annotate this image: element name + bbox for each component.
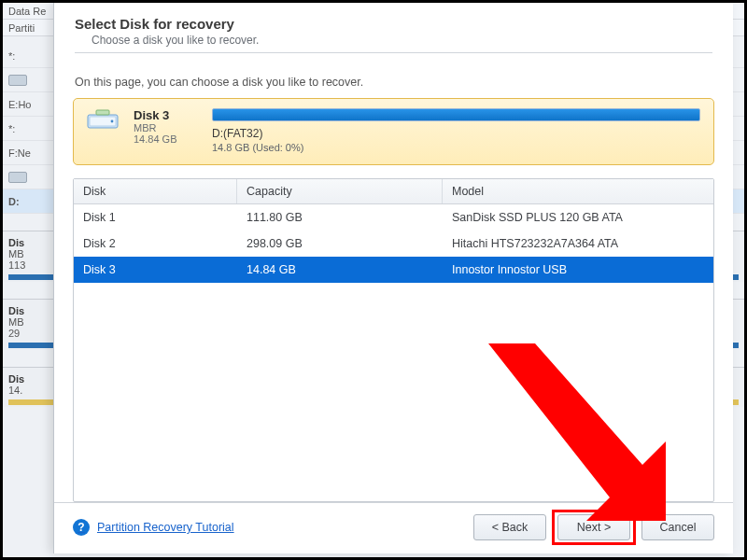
usage-bar: [212, 108, 700, 121]
recovery-wizard-dialog: Select Disk for recovery Choose a disk y…: [53, 3, 733, 553]
table-row[interactable]: Disk 2 298.09 GB Hitachi HTS723232A7A364…: [74, 231, 713, 257]
table-row[interactable]: Disk 3 14.84 GB Innostor Innostor USB: [74, 257, 713, 283]
disk-table-header: Disk Capacity Model: [74, 179, 713, 204]
dialog-title: Select Disk for recovery: [75, 16, 712, 32]
table-row[interactable]: Disk 1 111.80 GB SanDisk SSD PLUS 120 GB…: [74, 204, 713, 231]
help-link-label: Partition Recovery Tutorial: [97, 521, 234, 534]
selected-disk-usage: 14.8 GB (Used: 0%): [212, 142, 700, 153]
selected-disk-volume: D:(FAT32): [212, 127, 700, 140]
col-capacity[interactable]: Capacity: [237, 179, 443, 203]
disk-icon: [87, 108, 119, 134]
cancel-button[interactable]: Cancel: [641, 514, 714, 540]
selected-disk-name: Disk 3: [134, 108, 197, 122]
svg-point-2: [111, 120, 114, 123]
disk-table: Disk Capacity Model Disk 1 111.80 GB San…: [73, 178, 714, 502]
selected-disk-size: 14.84 GB: [134, 133, 197, 145]
svg-rect-3: [96, 110, 109, 115]
dialog-subtitle: Choose a disk you like to recover.: [92, 34, 712, 47]
disk-table-body: Disk 1 111.80 GB SanDisk SSD PLUS 120 GB…: [74, 204, 713, 501]
back-button[interactable]: < Back: [473, 514, 546, 540]
next-button-highlight: Next >: [557, 514, 630, 540]
instruction-text: On this page, you can choose a disk you …: [75, 76, 712, 89]
selected-disk-card: Disk 3 MBR 14.84 GB D:(FAT32) 14.8 GB (U…: [73, 98, 714, 165]
help-icon: ?: [73, 519, 90, 536]
help-link[interactable]: ? Partition Recovery Tutorial: [73, 519, 234, 536]
selected-disk-scheme: MBR: [134, 122, 197, 133]
next-button[interactable]: Next >: [557, 514, 630, 540]
col-model[interactable]: Model: [443, 179, 713, 203]
col-disk[interactable]: Disk: [74, 179, 237, 203]
